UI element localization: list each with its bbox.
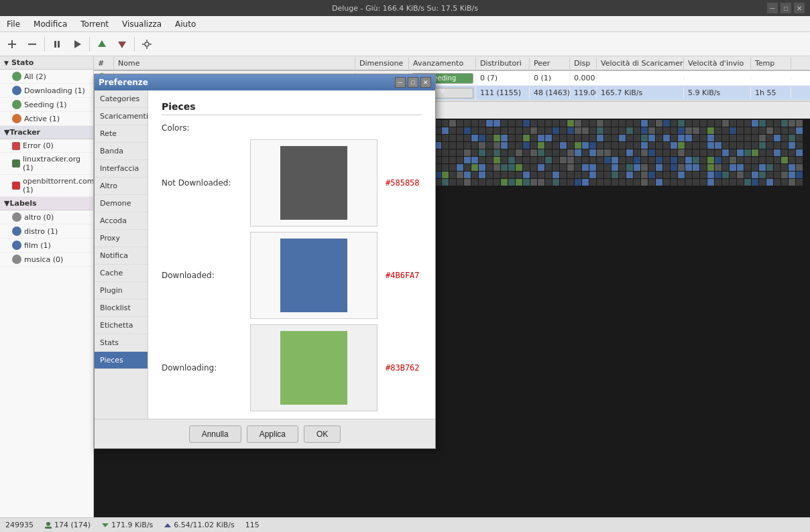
nav-item-stats[interactable]: Stats	[95, 334, 148, 352]
th-distributors[interactable]: Distributori	[476, 58, 530, 69]
sidebar-film-label: film (1)	[24, 241, 51, 250]
menu-visualizza[interactable]: Visualizza	[115, 18, 168, 30]
nav-item-blocklist[interactable]: Blocklist	[95, 300, 148, 317]
nav-item-cache[interactable]: Cache	[95, 265, 148, 282]
not-downloaded-label: Not Downloaded:	[162, 178, 242, 188]
error-favicon	[12, 142, 20, 150]
menu-aiuto[interactable]: Aiuto	[168, 18, 202, 30]
nav-item-accoda[interactable]: Accoda	[95, 212, 148, 230]
nav-item-notifica[interactable]: Notifica	[95, 247, 148, 265]
td-ul-2: 5.9 KiB/s	[684, 87, 751, 98]
stato-arrow-icon: ▼	[4, 60, 9, 66]
sidebar-item-distro[interactable]: distro (1)	[0, 224, 93, 239]
nav-item-demone[interactable]: Demone	[95, 195, 148, 212]
preferences-button[interactable]	[137, 35, 156, 54]
move-up-button[interactable]	[93, 35, 111, 54]
menu-file[interactable]: File	[0, 18, 27, 30]
peers-icon	[44, 521, 52, 529]
sidebar-item-altro[interactable]: altro (0)	[0, 210, 93, 224]
sidebar-distro-label: distro (1)	[24, 227, 58, 236]
status-ports: 115	[245, 521, 259, 529]
sidebar-tracker-header[interactable]: ▼ Tracker	[0, 126, 93, 139]
svg-marker-15	[102, 523, 109, 527]
cancel-button[interactable]: Annulla	[189, 425, 241, 443]
download-icon	[101, 521, 109, 529]
th-name[interactable]: Nome	[114, 58, 355, 69]
nav-item-etichetta[interactable]: Etichetta	[95, 317, 148, 334]
colors-label: Colors:	[162, 123, 422, 133]
openbittorrent-favicon	[12, 182, 20, 190]
labels-arrow-icon: ▼	[4, 199, 9, 208]
seeding-icon	[12, 100, 21, 109]
downloading-hex: #83B762	[386, 363, 420, 373]
dialog-close-button[interactable]: ✕	[420, 77, 431, 88]
toolbar	[0, 32, 810, 56]
sidebar-item-all[interactable]: All (2)	[0, 70, 93, 84]
nav-item-rete[interactable]: Rete	[95, 125, 148, 143]
th-progress[interactable]: Avanzamento	[409, 58, 476, 69]
nav-item-categories[interactable]: Categories	[95, 90, 148, 108]
menu-modifica[interactable]: Modifica	[27, 18, 74, 30]
nav-item-pieces[interactable]: Pieces	[95, 352, 148, 369]
apply-button[interactable]: Applica	[247, 425, 298, 443]
minimize-button[interactable]: ─	[767, 3, 778, 13]
close-button[interactable]: ✕	[794, 3, 805, 13]
remove-torrent-button[interactable]	[23, 35, 42, 54]
upload-value: 6.54/11.02 KiB/s	[174, 521, 234, 529]
sidebar-item-film[interactable]: film (1)	[0, 239, 93, 253]
menu-torrent[interactable]: Torrent	[74, 18, 115, 30]
th-time[interactable]: Temp	[751, 58, 791, 69]
pause-button[interactable]	[48, 35, 66, 54]
th-size[interactable]: Dimensione	[355, 58, 409, 69]
dialog-section-title: Pieces	[162, 101, 422, 115]
sidebar-item-musica[interactable]: musica (0)	[0, 253, 93, 267]
dialog-minimize-button[interactable]: ─	[395, 77, 406, 88]
status-connections: 249935	[5, 521, 34, 529]
color-row-downloading: Downloading: #83B762	[162, 324, 422, 411]
nav-item-proxy[interactable]: Proxy	[95, 230, 148, 247]
downloaded-swatch[interactable]	[250, 232, 378, 319]
downloading-swatch[interactable]	[250, 324, 378, 411]
ok-button[interactable]: OK	[304, 425, 341, 443]
downloaded-label: Downloaded:	[162, 271, 242, 280]
dialog-titlebar: Preferenze ─ □ ✕	[95, 74, 435, 90]
sidebar-labels-header[interactable]: ▼ Labels	[0, 197, 93, 210]
th-peers[interactable]: Peer	[530, 58, 570, 69]
th-ul-speed[interactable]: Velocità d'invio	[684, 58, 751, 69]
sidebar-item-downloading[interactable]: Downloading (1)	[0, 84, 93, 98]
add-torrent-button[interactable]	[3, 35, 21, 54]
nav-item-altro[interactable]: Altro	[95, 178, 148, 195]
dialog-content: Pieces Colors: Not Downloaded: #585858 D…	[148, 90, 435, 419]
all-icon	[12, 72, 21, 81]
svg-rect-3	[54, 41, 56, 48]
maximize-button[interactable]: □	[780, 3, 791, 13]
dialog-body: Categories Scaricamenti Rete Banda Inter…	[95, 90, 435, 419]
not-downloaded-swatch[interactable]	[250, 139, 378, 226]
nav-item-banda[interactable]: Banda	[95, 143, 148, 160]
title-text: Deluge - Giù: 166.4 KiB/s Su: 17.5 KiB/s	[332, 4, 478, 13]
title-bar: Deluge - Giù: 166.4 KiB/s Su: 17.5 KiB/s…	[0, 0, 810, 16]
sidebar-stato-header[interactable]: ▼ Stato	[0, 56, 93, 70]
th-disp[interactable]: Disp	[570, 58, 597, 69]
nav-item-plugin[interactable]: Plugin	[95, 282, 148, 300]
th-dl-speed[interactable]: Velocità di Scaricamento	[597, 58, 684, 69]
sidebar-item-active[interactable]: Active (1)	[0, 112, 93, 126]
dialog-maximize-button[interactable]: □	[408, 77, 418, 88]
th-num[interactable]: #	[94, 58, 114, 69]
move-down-button[interactable]	[113, 35, 131, 54]
nav-item-interfaccia[interactable]: Interfaccia	[95, 160, 148, 178]
resume-button[interactable]	[68, 35, 86, 54]
menu-bar: File Modifica Torrent Visualizza Aiuto	[0, 16, 810, 32]
sidebar-item-error[interactable]: Error (0)	[0, 139, 93, 153]
sidebar-item-openbittorrent[interactable]: openbittorrent.com (1)	[0, 175, 93, 197]
sidebar-item-linuxtracker[interactable]: linuxtracker.org (1)	[0, 153, 93, 175]
nav-item-scaricamenti[interactable]: Scaricamenti	[95, 108, 148, 125]
sidebar-item-seeding[interactable]: Seeding (1)	[0, 98, 93, 112]
td-time-1	[751, 77, 791, 80]
upload-icon	[164, 521, 172, 529]
sidebar-tracker-label: Tracker	[9, 128, 40, 137]
not-downloaded-color	[280, 146, 347, 220]
sidebar-musica-label: musica (0)	[24, 255, 63, 264]
tracker-arrow-icon: ▼	[4, 128, 9, 137]
film-icon	[12, 241, 21, 250]
